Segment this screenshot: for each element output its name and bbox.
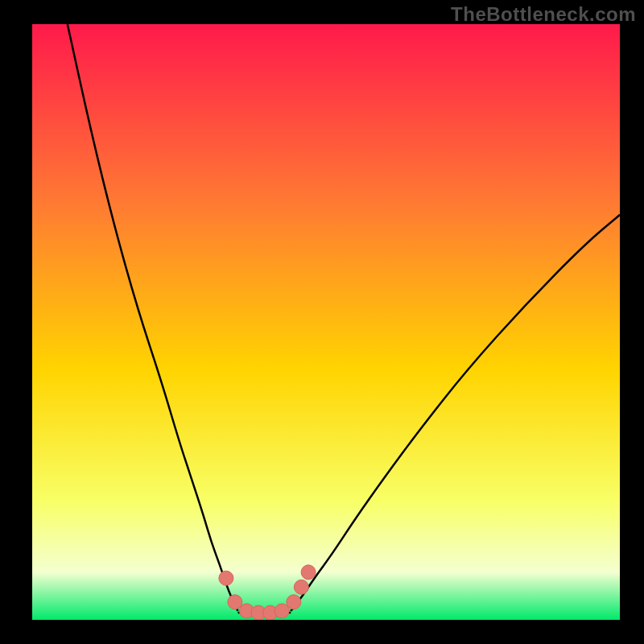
data-marker <box>219 571 233 585</box>
data-marker <box>294 580 308 594</box>
chart-frame: TheBottleneck.com <box>0 0 644 644</box>
plot-area <box>32 24 620 620</box>
plot-svg <box>32 24 620 620</box>
data-marker <box>275 604 289 618</box>
data-marker <box>301 565 316 580</box>
data-marker <box>287 595 301 609</box>
watermark-text: TheBottleneck.com <box>451 3 636 26</box>
gradient-background <box>32 24 620 620</box>
data-marker <box>228 595 242 609</box>
